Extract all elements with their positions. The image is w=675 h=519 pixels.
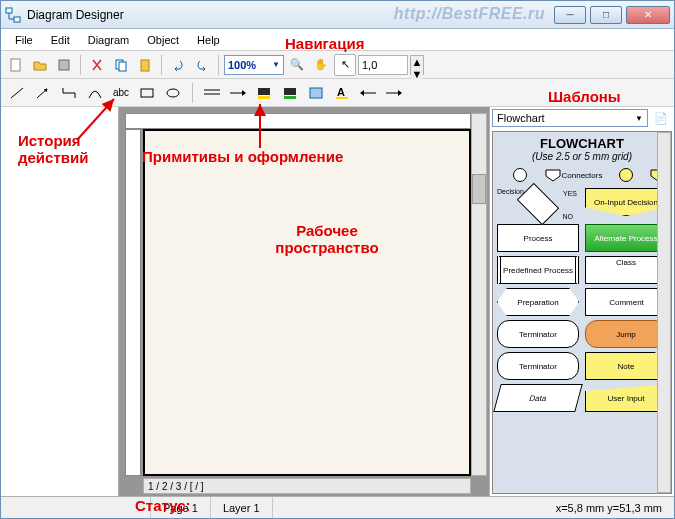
shape-jump[interactable]: Jump xyxy=(585,320,667,348)
shape-comment[interactable]: Comment xyxy=(585,288,667,316)
main-toolbar: 100%▼ 🔍 ✋ ↖ 1,0 ▲▼ xyxy=(1,51,674,79)
new-button[interactable] xyxy=(5,54,27,76)
vertical-scrollbar[interactable] xyxy=(471,113,487,476)
canvas-area: 1 / 2 / 3 / [ / ] xyxy=(119,107,489,496)
svg-rect-9 xyxy=(258,88,270,95)
rect-tool[interactable] xyxy=(137,84,157,102)
menu-object[interactable]: Object xyxy=(139,32,187,48)
svg-rect-5 xyxy=(119,62,126,71)
status-coords: x=5,8 mm y=51,3 mm xyxy=(544,497,674,518)
template-options-icon[interactable]: 📄 xyxy=(650,107,672,129)
gradient-tool[interactable] xyxy=(280,84,300,102)
page-tabs[interactable]: 1 / 2 / 3 / [ / ] xyxy=(148,481,204,492)
line-tool[interactable] xyxy=(7,84,27,102)
shape-on-input[interactable]: On-Input Decision xyxy=(585,188,667,216)
open-button[interactable] xyxy=(29,54,51,76)
shape-data[interactable]: Data xyxy=(493,384,583,412)
pointer-icon[interactable]: ↖ xyxy=(334,54,356,76)
templates-scrollbar[interactable] xyxy=(657,132,671,493)
app-icon xyxy=(5,7,21,23)
arrow-end-right[interactable] xyxy=(384,84,404,102)
copy-button[interactable] xyxy=(110,54,132,76)
text-color-tool[interactable]: A xyxy=(332,84,352,102)
svg-rect-2 xyxy=(11,59,20,71)
shape-process[interactable]: Process xyxy=(497,224,579,252)
template-shapes: FLOWCHART (Use 2.5 or 5 mm grid) Connect… xyxy=(492,131,672,494)
svg-rect-1 xyxy=(14,17,20,22)
paste-button[interactable] xyxy=(134,54,156,76)
shape-term1[interactable]: Terminator xyxy=(497,320,579,348)
watermark: http://BestFREE.ru xyxy=(394,5,545,23)
svg-rect-0 xyxy=(6,8,12,13)
zoom-out-icon[interactable]: 🔍 xyxy=(286,54,308,76)
fill-color-tool[interactable] xyxy=(254,84,274,102)
close-button[interactable]: ✕ xyxy=(626,6,670,24)
zoom-combo[interactable]: 100%▼ xyxy=(224,55,284,75)
curve-tool[interactable] xyxy=(85,84,105,102)
shape-class[interactable]: Class xyxy=(585,256,667,284)
ellipse-tool[interactable] xyxy=(163,84,183,102)
svg-rect-3 xyxy=(59,60,69,70)
svg-point-8 xyxy=(167,89,179,97)
arrow-end-left[interactable] xyxy=(358,84,378,102)
minimize-button[interactable]: ─ xyxy=(554,6,586,24)
horizontal-scrollbar[interactable]: 1 / 2 / 3 / [ / ] xyxy=(143,478,471,494)
redo-button[interactable] xyxy=(191,54,213,76)
main-window: Diagram Designer ─ □ ✕ File Edit Diagram… xyxy=(0,0,675,519)
menubar: File Edit Diagram Object Help xyxy=(1,29,674,51)
line-weight-spinner[interactable]: ▲▼ xyxy=(410,55,424,75)
connector-circle-y[interactable] xyxy=(619,168,633,182)
connector-tool[interactable] xyxy=(59,84,79,102)
svg-rect-10 xyxy=(258,96,270,99)
horizontal-ruler xyxy=(125,113,471,129)
history-panel[interactable] xyxy=(1,107,119,496)
shape-user-input[interactable]: User Input xyxy=(585,384,667,412)
line-end-tool[interactable] xyxy=(228,84,248,102)
svg-rect-15 xyxy=(336,97,348,99)
connector-shield[interactable] xyxy=(544,168,562,182)
arrow-tool[interactable] xyxy=(33,84,53,102)
status-page: Page 1 xyxy=(151,497,211,518)
pan-icon[interactable]: ✋ xyxy=(310,54,332,76)
svg-rect-7 xyxy=(141,89,153,97)
titlebar[interactable]: Diagram Designer ─ □ ✕ xyxy=(1,1,674,29)
menu-diagram[interactable]: Diagram xyxy=(80,32,138,48)
line-weight-combo[interactable]: 1,0 xyxy=(358,55,408,75)
save-button[interactable] xyxy=(53,54,75,76)
undo-button[interactable] xyxy=(167,54,189,76)
drawing-canvas[interactable] xyxy=(143,129,471,476)
statusbar: Page 1 Layer 1 x=5,8 mm y=51,3 mm xyxy=(1,496,674,518)
vertical-ruler xyxy=(125,129,141,476)
text-tool[interactable]: abc xyxy=(111,84,131,102)
shape-prep[interactable]: Preparation xyxy=(497,288,579,316)
svg-rect-12 xyxy=(284,96,296,99)
template-select[interactable]: Flowchart▼ xyxy=(492,109,648,127)
svg-rect-11 xyxy=(284,88,296,95)
templates-panel: Flowchart▼ 📄 FLOWCHART (Use 2.5 or 5 mm … xyxy=(489,107,674,496)
svg-rect-6 xyxy=(141,60,149,71)
shape-note[interactable]: Note xyxy=(585,352,667,380)
image-tool[interactable] xyxy=(306,84,326,102)
content-area: 1 / 2 / 3 / [ / ] Flowchart▼ 📄 FLOWCHART… xyxy=(1,107,674,496)
cut-button[interactable] xyxy=(86,54,108,76)
menu-help[interactable]: Help xyxy=(189,32,228,48)
menu-file[interactable]: File xyxy=(7,32,41,48)
menu-edit[interactable]: Edit xyxy=(43,32,78,48)
maximize-button[interactable]: □ xyxy=(590,6,622,24)
line-style-tool[interactable] xyxy=(202,84,222,102)
shape-alt-process[interactable]: Alternate Process xyxy=(585,224,667,252)
shape-term2[interactable]: Terminator xyxy=(497,352,579,380)
svg-rect-13 xyxy=(310,88,322,98)
shape-predef[interactable]: Predefined Process xyxy=(497,256,579,284)
connector-circle[interactable] xyxy=(513,168,527,182)
status-layer: Layer 1 xyxy=(211,497,273,518)
shapes-toolbar: abc A xyxy=(1,79,674,107)
svg-text:A: A xyxy=(337,86,345,98)
